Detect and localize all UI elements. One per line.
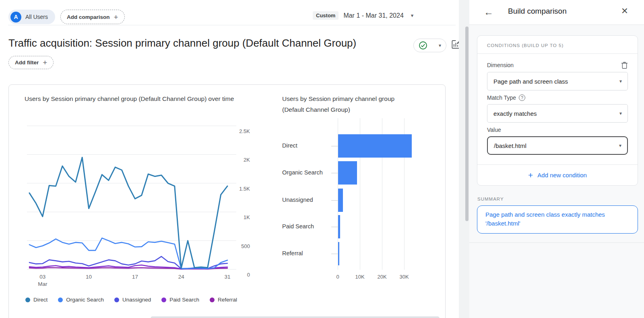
back-arrow-icon[interactable]: ← bbox=[484, 6, 493, 18]
chevron-down-icon: ▾ bbox=[619, 143, 621, 148]
conditions-card: CONDITIONS (BUILD UP TO 5) Dimension Pag… bbox=[477, 35, 638, 186]
legend-label: Unassigned bbox=[122, 297, 151, 303]
x-tick-label: 10 bbox=[86, 274, 92, 280]
legend-item[interactable]: Unassigned bbox=[114, 297, 151, 303]
data-quality-button[interactable]: ▾ bbox=[413, 39, 446, 52]
add-comparison-label: Add comparison bbox=[67, 14, 110, 20]
bar-referral[interactable] bbox=[338, 242, 339, 265]
category-tick bbox=[331, 146, 338, 146]
conditions-header: CONDITIONS (BUILD UP TO 5) bbox=[477, 36, 638, 54]
trash-icon[interactable] bbox=[621, 61, 628, 69]
x-tick-label: 17 bbox=[132, 274, 138, 280]
x-tick-label: 0 bbox=[336, 274, 339, 280]
check-circle-icon bbox=[419, 41, 427, 50]
category-tick bbox=[331, 254, 338, 254]
legend-dot-icon bbox=[210, 297, 215, 302]
legend-item[interactable]: Referral bbox=[210, 297, 237, 303]
add-comparison-button[interactable]: Add comparison + bbox=[60, 10, 125, 24]
legend-item[interactable]: Direct bbox=[25, 297, 47, 303]
legend-item[interactable]: Organic Search bbox=[58, 297, 104, 303]
bar-paid-search[interactable] bbox=[338, 215, 340, 238]
bar-category-label: Direct bbox=[282, 142, 334, 149]
panel-header: ← Build comparison × bbox=[469, 0, 644, 25]
plus-icon: + bbox=[114, 13, 118, 21]
match-type-label: Match Type bbox=[487, 94, 516, 101]
divider bbox=[8, 25, 456, 25]
category-tick bbox=[331, 173, 338, 173]
page-title: Traffic acquisition: Session primary cha… bbox=[8, 37, 356, 49]
summary-header: SUMMARY bbox=[477, 197, 638, 201]
bar-category-label: Organic Search bbox=[282, 169, 334, 176]
x-tick-label: 03 bbox=[39, 274, 45, 280]
avatar: A bbox=[10, 12, 21, 23]
y-tick-label: 1.5K bbox=[239, 186, 250, 192]
x-tick-label: 30K bbox=[399, 274, 409, 280]
category-tick bbox=[331, 227, 338, 227]
x-tick-label: 20K bbox=[377, 274, 386, 280]
legend-dot-icon bbox=[25, 297, 30, 302]
legend-item[interactable]: Paid Search bbox=[161, 297, 199, 303]
divider bbox=[469, 242, 644, 243]
legend-label: Referral bbox=[218, 297, 237, 303]
legend-label: Paid Search bbox=[169, 297, 199, 303]
bar-unassigned[interactable] bbox=[338, 189, 343, 212]
y-tick-label: 500 bbox=[241, 243, 250, 249]
y-tick-label: 2K bbox=[244, 157, 250, 163]
x-tick-label: 31 bbox=[224, 274, 230, 280]
bar-direct[interactable] bbox=[338, 134, 412, 158]
vertical-scrollbar[interactable] bbox=[465, 27, 469, 221]
bar-category-label: Referral bbox=[282, 250, 334, 256]
y-tick-label: 1K bbox=[244, 214, 250, 220]
all-users-chip[interactable]: A All Users bbox=[8, 10, 55, 24]
line-chart-title: Users by Session primary channel group (… bbox=[25, 93, 242, 104]
legend-dot-icon bbox=[161, 297, 166, 302]
add-filter-button[interactable]: Add filter + bbox=[8, 56, 54, 69]
chevron-down-icon: ▾ bbox=[411, 12, 414, 18]
value-label: Value bbox=[487, 127, 501, 133]
series-line-organic-search bbox=[29, 238, 227, 269]
bar-category-label: Paid Search bbox=[282, 223, 334, 230]
dimension-select[interactable]: Page path and screen class ▾ bbox=[487, 72, 628, 90]
bar-category-label: Unassigned bbox=[282, 197, 334, 203]
main-content: A All Users Add comparison + Custom Mar … bbox=[0, 0, 459, 318]
plus-icon: + bbox=[528, 170, 533, 180]
series-line-direct bbox=[29, 158, 227, 269]
date-range-picker[interactable]: Custom Mar 1 - Mar 31, 2024 ▾ bbox=[313, 11, 413, 20]
charts-card: Users by Session primary channel group (… bbox=[8, 84, 446, 318]
summary-chip[interactable]: Page path and screen class exactly match… bbox=[477, 205, 638, 234]
close-icon[interactable]: × bbox=[621, 5, 628, 16]
add-new-condition-label: Add new condition bbox=[537, 172, 587, 178]
add-filter-label: Add filter bbox=[15, 59, 39, 66]
build-comparison-panel: ← Build comparison × CONDITIONS (BUILD U… bbox=[469, 0, 644, 318]
category-tick bbox=[331, 200, 338, 201]
legend-dot-icon bbox=[58, 297, 63, 302]
help-icon[interactable]: ? bbox=[519, 94, 525, 101]
y-tick-label: 2.5K bbox=[239, 128, 250, 134]
horizontal-scrollbar[interactable] bbox=[151, 316, 440, 318]
line-chart[interactable]: 05001K1.5K2K2.5K03Mar10172431 bbox=[25, 120, 263, 289]
bar-chart-title: Users by Session primary channel group (… bbox=[282, 93, 411, 115]
x-tick-label: 24 bbox=[178, 274, 185, 280]
add-new-condition-button[interactable]: + Add new condition bbox=[477, 164, 638, 185]
date-range-text: Mar 1 - Mar 31, 2024 bbox=[343, 12, 403, 19]
panel-body: CONDITIONS (BUILD UP TO 5) Dimension Pag… bbox=[469, 25, 644, 243]
legend-label: Direct bbox=[33, 297, 47, 303]
bar-chart[interactable]: 010K20K30KDirectOrganic SearchUnassigned… bbox=[282, 115, 441, 284]
chart-legend: DirectOrganic SearchUnassignedPaid Searc… bbox=[25, 297, 237, 303]
scrollbar-gutter bbox=[459, 0, 469, 318]
x-tick-sublabel: Mar bbox=[38, 281, 47, 287]
legend-label: Organic Search bbox=[66, 297, 104, 303]
date-range-type-badge: Custom bbox=[313, 11, 339, 20]
y-tick-label: 0 bbox=[247, 272, 250, 278]
plus-icon: + bbox=[43, 59, 47, 66]
chevron-down-icon: ▾ bbox=[619, 78, 622, 84]
value-select[interactable]: /basket.html ▾ bbox=[487, 136, 628, 155]
chevron-down-icon: ▾ bbox=[619, 111, 622, 116]
bar-organic-search[interactable] bbox=[338, 161, 357, 185]
dimension-label: Dimension bbox=[487, 62, 514, 68]
match-type-select[interactable]: exactly matches ▾ bbox=[487, 104, 628, 123]
x-tick-label: 10K bbox=[355, 274, 364, 280]
chevron-down-icon: ▾ bbox=[439, 43, 441, 48]
panel-title: Build comparison bbox=[508, 7, 567, 16]
all-users-label: All Users bbox=[25, 14, 48, 20]
